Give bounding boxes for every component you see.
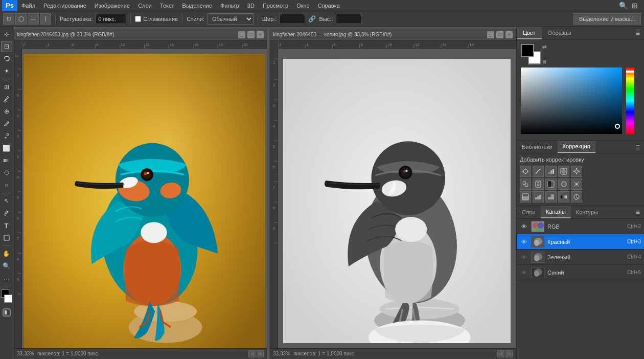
zoom-tool[interactable]: 🔍 (1, 260, 12, 272)
blur-tool[interactable] (1, 167, 12, 178)
photofilter-icon[interactable] (558, 178, 569, 190)
hue-strip[interactable] (626, 68, 634, 134)
panel-menu-icon[interactable]: ≡ (632, 27, 644, 39)
correction-panel-menu[interactable]: ≡ (632, 141, 644, 153)
pen-tool[interactable] (1, 208, 12, 219)
doc1-nav-prev[interactable]: ◁ (248, 350, 256, 357)
eraser-tool[interactable]: ⬜ (1, 143, 12, 154)
menu-help[interactable]: Справка (314, 2, 344, 10)
path-select-tool[interactable]: ↖ (1, 195, 12, 207)
doc1-canvas[interactable]: 2 1 0 1 2 3 4 (14, 49, 267, 348)
channel-green-eye[interactable]: 👁 (520, 253, 528, 261)
channel-blue[interactable]: 👁 Синий Ctrl+5 (517, 265, 644, 280)
doc2-nav-next[interactable]: ▷ (505, 350, 513, 357)
width-input[interactable] (280, 14, 305, 24)
heal-tool[interactable]: ⊕ (1, 106, 12, 117)
channels-panel-menu[interactable]: ≡ (632, 206, 644, 218)
move-tool[interactable]: ⊹ (1, 29, 12, 40)
height-input[interactable] (336, 14, 361, 24)
background-color-swatch[interactable] (4, 295, 12, 303)
swap-colors-icon[interactable]: ⇄ (542, 44, 546, 50)
tab-layers[interactable]: Слои (517, 206, 541, 218)
select-rect-btn[interactable]: ⊡ (3, 13, 14, 25)
channel-red[interactable]: 👁 Красный Ctrl+3 (517, 234, 644, 250)
doc1-minimize[interactable]: _ (238, 31, 245, 38)
hand-tool[interactable]: ✋ (1, 248, 12, 259)
rect-select-tool[interactable]: ⊡ (1, 41, 12, 52)
select-col-btn[interactable]: | (40, 13, 51, 25)
gradientmap-icon[interactable] (558, 191, 569, 203)
menu-select[interactable]: Выделение (178, 2, 216, 10)
workspace-icon[interactable]: ⊞ (632, 2, 638, 10)
menu-3d[interactable]: 3D (243, 2, 259, 10)
posterize-icon[interactable] (533, 191, 544, 203)
svg-text:4: 4 (273, 124, 275, 128)
tab-correction[interactable]: Коррекция (558, 141, 595, 153)
foreground-swatch[interactable] (521, 44, 534, 57)
smooth-checkbox[interactable] (135, 16, 141, 22)
eyedropper-tool[interactable] (1, 94, 12, 105)
menu-view[interactable]: Просмотр (259, 2, 292, 10)
tab-swatches[interactable]: Образцы (542, 27, 578, 39)
vibrance-icon[interactable] (571, 166, 582, 177)
menu-image[interactable]: Изображение (90, 2, 134, 10)
menu-layers[interactable]: Слои (134, 2, 156, 10)
crop-tool[interactable]: ⊞ (1, 81, 12, 93)
doc2-close[interactable]: × (505, 31, 513, 38)
menu-window[interactable]: Окно (292, 2, 314, 10)
dodge-tool[interactable]: ○ (1, 180, 12, 191)
channel-green[interactable]: 👁 Зеленый Ctrl+4 (517, 250, 644, 265)
shape-tool[interactable] (1, 232, 12, 243)
doc2-nav-prev[interactable]: ◁ (497, 350, 504, 357)
rasterize-input[interactable] (96, 14, 126, 24)
magic-wand-tool[interactable]: ✦ (1, 65, 12, 77)
select-ellipse-btn[interactable]: ◯ (15, 13, 27, 25)
exposure-icon[interactable] (558, 166, 569, 177)
tab-channels[interactable]: Каналы (541, 206, 571, 218)
color-gradient-area[interactable] (521, 68, 634, 134)
channel-red-eye[interactable]: 👁 (520, 238, 528, 246)
color-field[interactable] (521, 68, 622, 134)
more-tools[interactable]: … (1, 273, 12, 284)
menu-file[interactable]: Файл (17, 2, 39, 10)
selectivecolor-icon[interactable] (571, 191, 582, 203)
tab-color[interactable]: Цвет (517, 27, 542, 39)
threshold-icon[interactable] (545, 191, 557, 203)
levels-icon[interactable] (545, 166, 557, 177)
channel-blue-eye[interactable]: 👁 (520, 268, 528, 277)
doc2-minimize[interactable]: _ (487, 31, 494, 38)
text-tool[interactable]: T (1, 220, 12, 231)
brightness-icon[interactable] (520, 166, 531, 177)
brush-tool[interactable] (1, 118, 12, 129)
menu-filter[interactable]: Фильтр (216, 2, 243, 10)
doc1-nav-next[interactable]: ▷ (257, 350, 264, 357)
channelmixer-icon[interactable] (571, 178, 582, 190)
invert-icon[interactable] (520, 191, 531, 203)
select-row-btn[interactable]: — (28, 13, 39, 25)
default-colors-icon[interactable]: ⊠ (542, 59, 546, 64)
style-select[interactable]: Обычный (208, 13, 254, 25)
gradient-tool[interactable] (1, 155, 12, 166)
doc1-maximize[interactable]: □ (247, 31, 255, 38)
mask-button[interactable]: Выделение и маска... (573, 13, 641, 25)
hsl-icon[interactable] (520, 178, 531, 190)
doc2-canvas[interactable]: 1 2 3 4 5 6 7 (270, 49, 516, 348)
menu-text[interactable]: Текст (156, 2, 178, 10)
channel-rgb[interactable]: 👁 RGB Ctrl+2 (517, 219, 644, 234)
curves-icon[interactable] (533, 166, 544, 177)
search-icon[interactable]: 🔍 (619, 2, 628, 10)
svg-text:6: 6 (273, 165, 275, 169)
menu-edit[interactable]: Редактирование (39, 2, 90, 10)
doc1-close[interactable]: × (257, 31, 264, 38)
clone-tool[interactable] (1, 130, 12, 142)
colorbalance-icon[interactable] (533, 178, 544, 190)
lasso-tool[interactable] (1, 53, 12, 64)
bw-icon[interactable] (545, 178, 557, 190)
tab-contours[interactable]: Контуры (571, 206, 603, 218)
quick-mask-btn[interactable] (1, 307, 12, 318)
channel-rgb-eye[interactable]: 👁 (520, 222, 528, 231)
doc2-maximize[interactable]: □ (496, 31, 503, 38)
link-wh-icon[interactable]: 🔗 (308, 15, 316, 23)
tab-libraries[interactable]: Библиотеки (517, 141, 558, 153)
svg-rect-7 (5, 310, 7, 315)
